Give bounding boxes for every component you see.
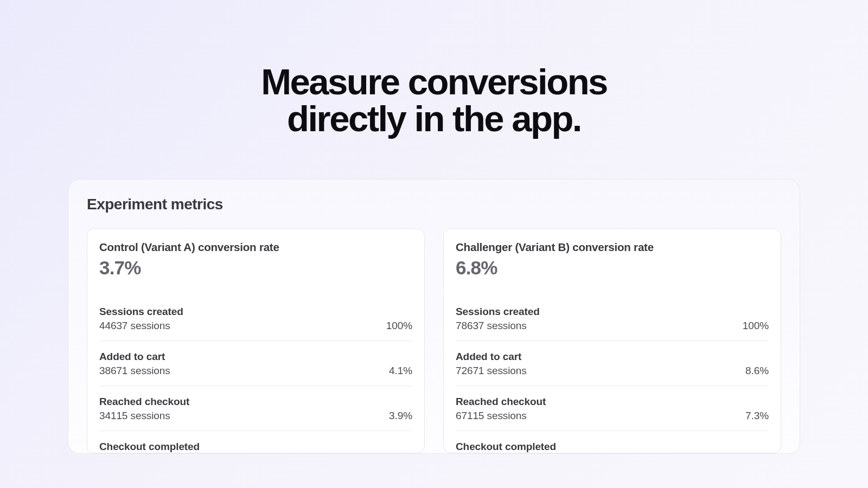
- step-percent: 100%: [386, 320, 412, 332]
- page: Measure conversions directly in the app.…: [0, 0, 868, 488]
- hero-title-line-2: directly in the app.: [287, 98, 581, 139]
- variant-title: Control (Variant A) conversion rate: [99, 241, 412, 254]
- step-row: 72671 sessions 8.6%: [456, 365, 769, 377]
- step-label: Sessions created: [456, 306, 769, 318]
- step-sessions: 44637 sessions: [99, 320, 170, 332]
- panel-title: Experiment metrics: [87, 196, 781, 213]
- funnel-step: Sessions created 78637 sessions 100%: [456, 306, 769, 341]
- funnel-step: Checkout completed: [99, 441, 412, 453]
- step-percent: 100%: [743, 320, 769, 332]
- step-label: Reached checkout: [99, 396, 412, 408]
- step-row: 38671 sessions 4.1%: [99, 365, 412, 377]
- hero-title: Measure conversions directly in the app.: [261, 63, 607, 137]
- step-label: Added to cart: [456, 351, 769, 363]
- variant-card-challenger: Challenger (Variant B) conversion rate 6…: [443, 228, 781, 453]
- variant-conversion-rate: 6.8%: [456, 257, 769, 279]
- funnel-steps: Sessions created 44637 sessions 100% Add…: [99, 306, 412, 453]
- variant-cards-row: Control (Variant A) conversion rate 3.7%…: [87, 228, 781, 453]
- step-row: 44637 sessions 100%: [99, 320, 412, 332]
- step-row: 78637 sessions 100%: [456, 320, 769, 332]
- step-row: 34115 sessions 3.9%: [99, 410, 412, 422]
- step-sessions: 72671 sessions: [456, 365, 527, 377]
- variant-card-control: Control (Variant A) conversion rate 3.7%…: [87, 228, 425, 453]
- step-sessions: 67115 sessions: [456, 410, 527, 422]
- funnel-step: Added to cart 38671 sessions 4.1%: [99, 351, 412, 386]
- funnel-step: Checkout completed: [456, 441, 769, 453]
- funnel-step: Reached checkout 67115 sessions 7.3%: [456, 396, 769, 431]
- hero-title-line-1: Measure conversions: [261, 61, 607, 102]
- funnel-steps: Sessions created 78637 sessions 100% Add…: [456, 306, 769, 453]
- step-label: Added to cart: [99, 351, 412, 363]
- variant-conversion-rate: 3.7%: [99, 257, 412, 279]
- step-percent: 8.6%: [745, 365, 769, 377]
- step-percent: 3.9%: [389, 410, 412, 422]
- experiment-metrics-panel: Experiment metrics Control (Variant A) c…: [68, 179, 800, 454]
- step-label: Checkout completed: [456, 441, 769, 453]
- funnel-step: Reached checkout 34115 sessions 3.9%: [99, 396, 412, 431]
- step-label: Checkout completed: [99, 441, 412, 453]
- step-percent: 7.3%: [745, 410, 769, 422]
- funnel-step: Added to cart 72671 sessions 8.6%: [456, 351, 769, 386]
- step-sessions: 38671 sessions: [99, 365, 170, 377]
- step-label: Reached checkout: [456, 396, 769, 408]
- step-label: Sessions created: [99, 306, 412, 318]
- step-sessions: 34115 sessions: [99, 410, 170, 422]
- funnel-step: Sessions created 44637 sessions 100%: [99, 306, 412, 341]
- variant-title: Challenger (Variant B) conversion rate: [456, 241, 769, 254]
- step-sessions: 78637 sessions: [456, 320, 527, 332]
- step-row: 67115 sessions 7.3%: [456, 410, 769, 422]
- step-percent: 4.1%: [389, 365, 412, 377]
